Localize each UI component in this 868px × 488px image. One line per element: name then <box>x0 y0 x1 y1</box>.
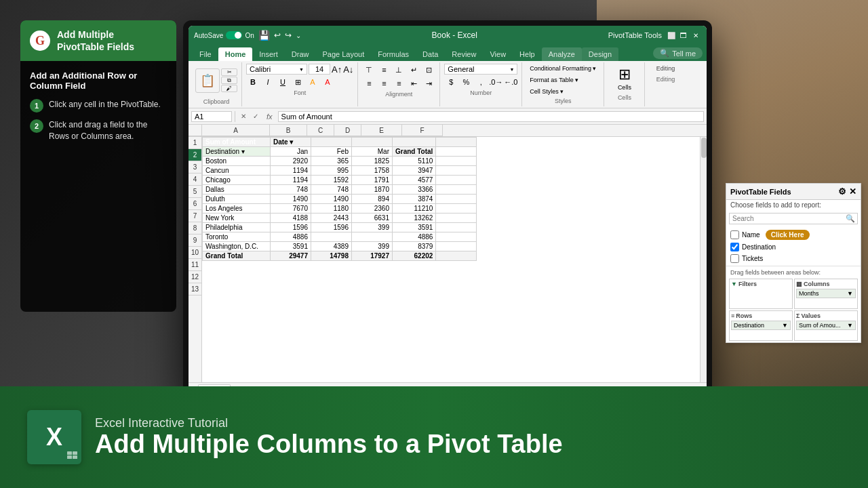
boston-feb[interactable]: 365 <box>311 157 352 166</box>
align-top-button[interactable]: ⊤ <box>362 64 376 76</box>
tab-design[interactable]: Design <box>582 47 618 61</box>
la-mar[interactable]: 2360 <box>352 204 393 214</box>
bold-button[interactable]: B <box>246 76 260 88</box>
cancel-formula-icon[interactable]: ✕ <box>238 111 249 122</box>
align-center-button[interactable]: ≡ <box>377 77 391 89</box>
vertical-scrollbar[interactable] <box>700 137 707 382</box>
tab-help[interactable]: Help <box>513 47 542 61</box>
sum-header-cell[interactable]: Sum of Amount <box>203 138 271 147</box>
duluth-mar[interactable]: 894 <box>352 195 393 204</box>
ny-cell[interactable]: New York <box>203 214 271 223</box>
dc-cell[interactable]: Washington, D.C. <box>203 242 271 251</box>
name-checkbox[interactable] <box>730 230 739 239</box>
comma-button[interactable]: , <box>474 76 488 88</box>
philly-cell[interactable]: Philadelphia <box>203 223 271 232</box>
boston-jan[interactable]: 2920 <box>271 157 311 166</box>
cells-button[interactable]: ⊞ Cells <box>613 64 636 93</box>
dc-jan[interactable]: 3591 <box>271 242 311 251</box>
conditional-formatting-button[interactable]: Conditional Formatting ▾ <box>526 64 599 73</box>
dollar-button[interactable]: $ <box>444 76 458 88</box>
la-jan[interactable]: 7670 <box>271 204 311 214</box>
autosave-toggle[interactable] <box>226 31 242 39</box>
customize-icon[interactable]: ⌄ <box>296 32 301 39</box>
destination-checkbox[interactable] <box>730 243 739 251</box>
philly-jan[interactable]: 1596 <box>271 223 311 232</box>
align-middle-button[interactable]: ≡ <box>377 64 391 76</box>
wrap-text-button[interactable]: ↵ <box>407 64 420 76</box>
tab-view[interactable]: View <box>483 47 513 61</box>
duluth-feb[interactable]: 1490 <box>311 195 352 204</box>
values-item[interactable]: Sum of Amou... ▼ <box>796 321 856 330</box>
philly-feb[interactable]: 1596 <box>311 223 352 232</box>
cancun-jan[interactable]: 1194 <box>271 166 311 176</box>
confirm-formula-icon[interactable]: ✓ <box>250 111 261 122</box>
tab-review[interactable]: Review <box>445 47 483 61</box>
increase-decimal-button[interactable]: ←.0 <box>504 76 517 88</box>
pivot-values-area[interactable]: Σ Values Sum of Amou... ▼ <box>794 310 858 341</box>
ny-jan[interactable]: 4188 <box>271 214 311 223</box>
tell-me-box[interactable]: 🔍 Tell me <box>653 47 703 59</box>
percent-button[interactable]: % <box>459 76 473 88</box>
pivot-rows-area[interactable]: ≡ Rows Destination ▼ <box>729 310 793 341</box>
dallas-mar[interactable]: 1870 <box>352 185 393 195</box>
merge-button[interactable]: ⊡ <box>422 64 435 76</box>
la-cell[interactable]: Los Angeles <box>203 204 271 214</box>
fill-color-button[interactable]: A <box>306 76 319 88</box>
close-button[interactable]: ✕ <box>690 30 701 41</box>
pivot-close-icon[interactable]: ✕ <box>849 186 856 197</box>
minimize-button[interactable]: ⬜ <box>666 30 677 41</box>
chicago-cell[interactable]: Chicago <box>203 176 271 185</box>
boston-cell[interactable]: Boston <box>203 157 271 166</box>
decrease-indent-button[interactable]: ⇤ <box>407 77 420 89</box>
formula-input[interactable]: Sum of Amount <box>278 111 704 122</box>
tab-formulas[interactable]: Formulas <box>371 47 416 61</box>
underline-button[interactable]: U <box>276 76 290 88</box>
number-format-dropdown[interactable]: General▼ <box>444 64 517 75</box>
tab-analyze[interactable]: Analyze <box>542 47 582 61</box>
boston-mar[interactable]: 1825 <box>352 157 393 166</box>
toronto-feb[interactable] <box>311 232 352 242</box>
cell-reference-box[interactable]: A1 <box>191 111 232 122</box>
tab-insert[interactable]: Insert <box>252 47 285 61</box>
pivot-settings-icon[interactable]: ⚙ <box>838 186 846 197</box>
save-icon[interactable]: 💾 <box>258 30 270 41</box>
toronto-total[interactable]: 4886 <box>393 232 436 242</box>
pivot-columns-area[interactable]: ▦ Columns Months ▼ <box>794 279 858 309</box>
dc-feb[interactable]: 4389 <box>311 242 352 251</box>
duluth-total[interactable]: 3874 <box>393 195 436 204</box>
tab-draw[interactable]: Draw <box>285 47 316 61</box>
chicago-mar[interactable]: 1791 <box>352 176 393 185</box>
la-total[interactable]: 11210 <box>393 204 436 214</box>
columns-item[interactable]: Months ▼ <box>796 289 856 298</box>
decrease-decimal-button[interactable]: .0→ <box>489 76 502 88</box>
duluth-cell[interactable]: Duluth <box>203 195 271 204</box>
la-feb[interactable]: 1180 <box>311 204 352 214</box>
tab-data[interactable]: Data <box>416 47 445 61</box>
font-name-dropdown[interactable]: Calibri▼ <box>246 64 307 75</box>
chicago-jan[interactable]: 1194 <box>271 176 311 185</box>
tab-file[interactable]: File <box>193 47 218 61</box>
copy-button[interactable]: ⧉ <box>221 77 237 84</box>
increase-font-button[interactable]: A↑ <box>332 64 342 75</box>
ny-feb[interactable]: 2443 <box>311 214 352 223</box>
dallas-total[interactable]: 3366 <box>393 185 436 195</box>
scrollbar-thumb[interactable] <box>701 138 707 158</box>
chicago-total[interactable]: 4577 <box>393 176 436 185</box>
ny-total[interactable]: 13262 <box>393 214 436 223</box>
destination-header[interactable]: Destination ▾ <box>203 147 271 157</box>
date-header-cell[interactable]: Date ▾ <box>271 138 311 147</box>
dallas-jan[interactable]: 748 <box>271 185 311 195</box>
tab-page-layout[interactable]: Page Layout <box>315 47 371 61</box>
philly-mar[interactable]: 399 <box>352 223 393 232</box>
redo-icon[interactable]: ↪ <box>285 30 292 40</box>
tickets-checkbox[interactable] <box>730 254 739 263</box>
cancun-cell[interactable]: Cancun <box>203 166 271 176</box>
tab-home[interactable]: Home <box>218 47 253 61</box>
cut-button[interactable]: ✂ <box>221 68 237 76</box>
toronto-mar[interactable] <box>352 232 393 242</box>
dc-total[interactable]: 8379 <box>393 242 436 251</box>
philly-total[interactable]: 3591 <box>393 223 436 232</box>
decrease-font-button[interactable]: A↓ <box>343 64 353 75</box>
dallas-feb[interactable]: 748 <box>311 185 352 195</box>
cancun-feb[interactable]: 995 <box>311 166 352 176</box>
